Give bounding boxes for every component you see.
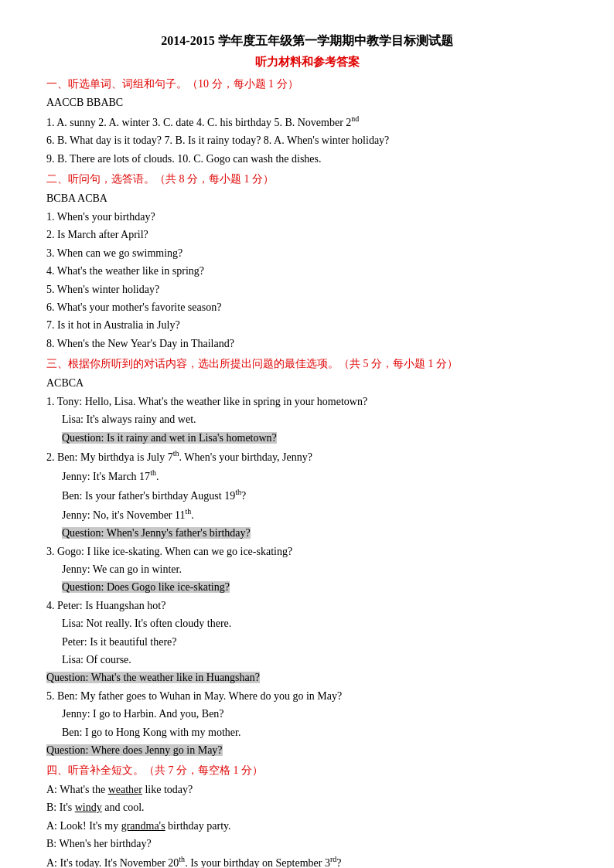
section2-header: 二、听问句，选答语。（共 8 分，每小题 1 分） [46, 171, 568, 188]
page-container: 2014-2015 学年度五年级第一学期期中教学目标测试题 听力材料和参考答案 … [46, 31, 568, 868]
dialog2-line1: 2. Ben: My birthdya is July 7th. When's … [46, 448, 568, 466]
s4-windy: windy [75, 802, 102, 813]
dialog1-question: Question: Is it rainy and wet in Lisa's … [62, 430, 568, 447]
s2-q3: 3. When can we go swimming? [46, 245, 568, 262]
dialog5-line3: Ben: I go to Hong Kong with my mother. [62, 724, 568, 741]
section1-q9: 9. B. There are lots of clouds. 10. C. G… [46, 151, 568, 168]
section1-header: 一、听选单词、词组和句子。（10 分，每小题 1 分） [46, 76, 568, 93]
s2-q2: 2. Is March after April? [46, 226, 568, 243]
section4-a3: A: It's today. It's November 20th. Is yo… [46, 853, 568, 868]
section4-b1: B: It's windy and cool. [46, 799, 568, 816]
section4-a1: A: What's the weather like today? [46, 781, 568, 798]
dialog5-line1: 5. Ben: My father goes to Wuhan in May. … [46, 688, 568, 705]
dialog2-question: Question: When's Jenny's father's birthd… [62, 525, 568, 542]
s2-q8: 8. When's the New Year's Day in Thailand… [46, 335, 568, 352]
s1q1-text: 1. A. sunny 2. A. winter 3. C. date 4. C… [46, 117, 359, 128]
dialog4-line2: Lisa: Not really. It's often cloudy ther… [62, 615, 568, 632]
dialog2-line2: Jenny: It's March 17th. [62, 467, 568, 485]
s4-weather: weather [108, 784, 142, 795]
dialog1-line1: 1. Tony: Hello, Lisa. What's the weather… [46, 393, 568, 410]
section1-q1: 1. A. sunny 2. A. winter 3. C. date 4. C… [46, 113, 568, 131]
dialog1-line2: Lisa: It's always rainy and wet. [62, 411, 568, 428]
section4-b2: B: When's her birthday? [46, 836, 568, 853]
dialog4-line3: Peter: Is it beautiful there? [62, 634, 568, 651]
dialog5-question: Question: Where does Jenny go in May? [46, 742, 568, 759]
section2-answers: BCBA ACBA [46, 190, 568, 207]
dialog2-line4: Jenny: No, it's November 11th. [62, 505, 568, 524]
dialog5-line2: Jenny: I go to Harbin. And you, Ben? [62, 706, 568, 723]
dialog3-question-text: Question: Does Gogo like ice-skating? [62, 581, 230, 593]
s2-q6: 6. What's your mother's favorite season? [46, 299, 568, 316]
s2-q7: 7. Is it hot in Australia in July? [46, 317, 568, 334]
section3-answers: ACBCA [46, 375, 568, 392]
main-title: 2014-2015 学年度五年级第一学期期中教学目标测试题 [46, 31, 568, 51]
section1-answers: AACCB BBABC [46, 94, 568, 111]
dialog4-line1: 4. Peter: Is Huangshan hot? [46, 597, 568, 614]
dialog5-question-text: Question: Where does Jenny go in May? [46, 744, 223, 756]
dialog2-line3: Ben: Is your father's birthday August 19… [62, 486, 568, 505]
dialog3-question: Question: Does Gogo like ice-skating? [62, 579, 568, 596]
s2-q4: 4. What's the weather like in spring? [46, 263, 568, 280]
dialog1-question-text: Question: Is it rainy and wet in Lisa's … [62, 432, 277, 444]
section4-a2: A: Look! It's my grandma's birthday part… [46, 818, 568, 835]
subtitle: 听力材料和参考答案 [46, 53, 568, 71]
s2-q1: 1. When's your birthday? [46, 209, 568, 226]
dialog4-question: Question: What's the weather like in Hua… [46, 669, 568, 686]
s2-q5: 5. When's winter holiday? [46, 281, 568, 298]
section4-header: 四、听音补全短文。（共 7 分，每空格 1 分） [46, 762, 568, 779]
section3-header: 三、根据你所听到的对话内容，选出所提出问题的最佳选项。（共 5 分，每小题 1 … [46, 356, 568, 373]
dialog3-line2: Jenny: We can go in winter. [62, 561, 568, 578]
dialog4-question-text: Question: What's the weather like in Hua… [46, 672, 260, 683]
s4-grandma: grandma's [121, 820, 165, 832]
dialog3-line1: 3. Gogo: I like ice-skating. When can we… [46, 543, 568, 560]
section1-q6: 6. B. What day is it today? 7. B. Is it … [46, 132, 568, 149]
dialog4-line4: Lisa: Of course. [62, 652, 568, 669]
dialog2-question-text: Question: When's Jenny's father's birthd… [62, 527, 251, 539]
